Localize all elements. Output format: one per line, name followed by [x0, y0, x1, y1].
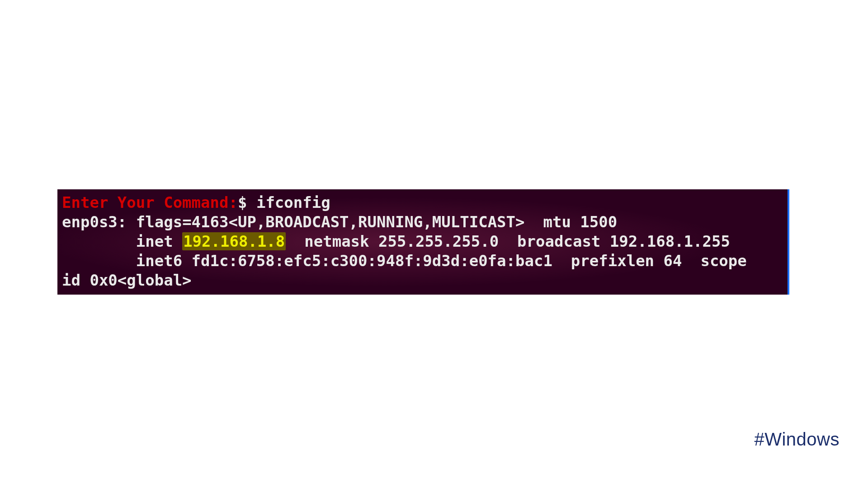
inet-label: inet [136, 232, 173, 250]
broadcast-value: 192.168.1.255 [610, 232, 730, 250]
terminal-window: Enter Your Command:$ ifconfig enp0s3: fl… [57, 189, 789, 295]
ip-address-highlight: 192.168.1.8 [182, 232, 286, 250]
output-indent [62, 252, 136, 270]
netmask-value: 255.255.255.0 [378, 232, 499, 250]
prompt-label: Enter Your Command: [62, 193, 238, 211]
netmask-label: netmask [304, 232, 369, 250]
scopeid-line: id 0x0<global> [62, 271, 192, 289]
hashtag-label: #Windows [754, 429, 840, 450]
prompt-symbol: $ [238, 193, 247, 211]
command-text: ifconfig [256, 193, 330, 211]
iface-flags: flags=4163<UP,BROADCAST,RUNNING,MULTICAS… [136, 213, 617, 231]
inet6-line: inet6 fd1c:6758:efc5:c300:948f:9d3d:e0fa… [136, 252, 747, 270]
iface-name: enp0s3: [62, 213, 127, 231]
output-indent [62, 232, 136, 250]
broadcast-label: broadcast [517, 232, 600, 250]
terminal-output: Enter Your Command:$ ifconfig enp0s3: fl… [62, 193, 783, 290]
